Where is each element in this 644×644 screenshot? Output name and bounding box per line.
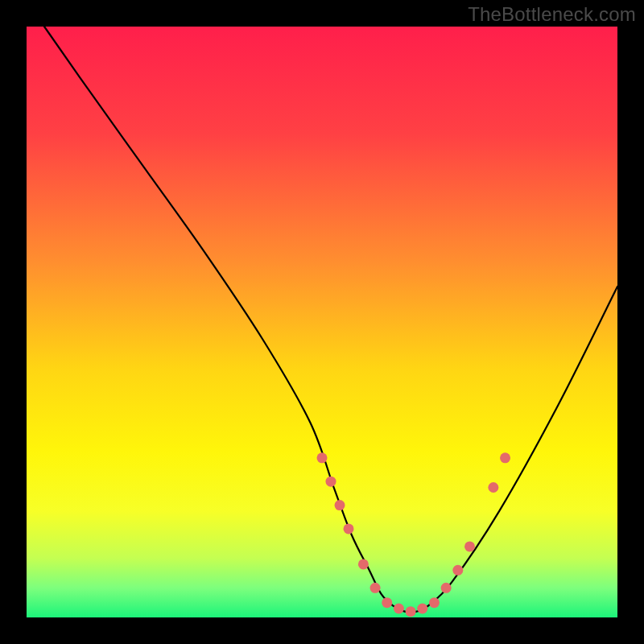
marker-dot (335, 500, 345, 510)
plot-area (27, 27, 617, 617)
marker-dot (326, 477, 336, 487)
marker-dot (452, 565, 463, 576)
marker-dot (382, 597, 392, 608)
marker-dot (488, 482, 498, 493)
marker-dot (500, 452, 510, 463)
marker-dot (370, 583, 381, 593)
marker-dot (441, 583, 452, 593)
watermark-text: TheBottleneck.com (468, 3, 636, 26)
marker-dot (417, 603, 427, 613)
marker-dot (317, 452, 328, 463)
chart-stage: TheBottleneck.com (0, 0, 644, 644)
chart-svg (0, 0, 644, 644)
marker-dot (406, 606, 416, 617)
marker-dot (358, 559, 369, 569)
marker-dot (394, 603, 404, 613)
marker-dot (344, 523, 354, 534)
marker-dot (464, 541, 475, 551)
marker-dot (429, 597, 440, 608)
